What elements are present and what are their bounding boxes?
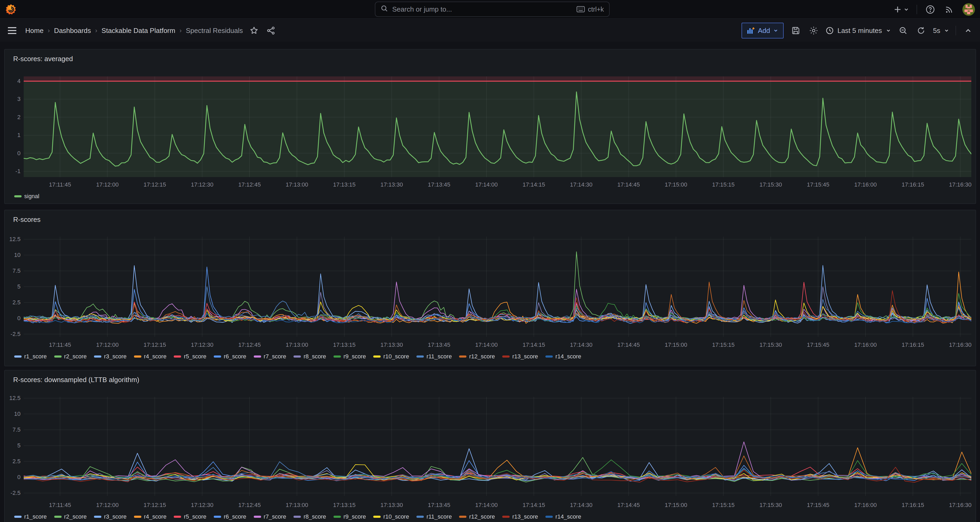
legend-item-r4_score[interactable]: r4_score [134,353,167,360]
legend-series-color [502,516,510,518]
legend-item-r2_score[interactable]: r2_score [54,353,87,360]
x-axis-tick: 17:14:00 [468,502,505,509]
x-axis-tick: 17:12:00 [88,342,126,348]
x-axis-tick: 17:16:00 [846,181,885,188]
new-menu-button[interactable] [893,5,909,14]
legend-item-r1_score[interactable]: r1_score [14,353,47,360]
divider [916,5,917,14]
x-axis-tick: 17:12:15 [136,181,174,188]
timeseries-plot[interactable] [24,397,971,496]
gear-icon [809,26,818,35]
legend-item-r6_score[interactable]: r6_score [214,513,247,520]
x-axis-tick: 17:14:30 [562,342,600,348]
favorite-button[interactable] [248,25,260,37]
legend-item-r11_score[interactable]: r11_score [417,353,452,360]
x-axis-tick: 17:15:30 [752,181,790,188]
x-axis-tick: 17:14:00 [468,342,505,348]
legend-item-r3_score[interactable]: r3_score [94,513,127,520]
x-axis-tick: 17:13:45 [420,502,458,509]
legend-item-signal[interactable]: signal [14,193,39,200]
legend-series-color [293,356,301,358]
legend-item-r1_score[interactable]: r1_score [14,513,47,520]
chevron-right-icon: › [95,27,97,34]
refresh-interval-picker[interactable]: 5s [933,27,949,35]
legend-series-color [417,516,424,518]
y-axis-tick: 2 [5,114,21,121]
legend-item-r5_score[interactable]: r5_score [174,353,206,360]
y-axis-tick: -2.5 [5,490,21,496]
collapse-topbar-button[interactable] [963,25,974,37]
x-axis-tick: 17:12:45 [231,342,269,348]
legend-item-r13_score[interactable]: r13_score [502,513,538,520]
legend-series-color [459,356,466,358]
x-axis-tick: 17:16:00 [846,342,885,348]
news-icon [945,5,954,14]
time-range-picker[interactable]: Last 5 minutes [826,27,891,35]
legend-item-r9_score[interactable]: r9_score [334,513,366,520]
menu-button[interactable] [6,25,18,37]
breadcrumb-folder[interactable]: Stackable Data Platform [102,27,175,35]
save-dashboard-button[interactable] [790,25,802,37]
y-axis-tick: 5 [5,283,21,290]
legend-item-r14_score[interactable]: r14_score [546,353,581,360]
y-axis-tick: 10 [5,252,21,259]
avatar[interactable] [963,3,975,16]
legend-item-r8_score[interactable]: r8_score [293,353,326,360]
x-axis-tick: 17:15:00 [657,502,695,509]
legend-item-r3_score[interactable]: r3_score [94,353,127,360]
refresh-button[interactable] [915,25,927,37]
zoom-out-button[interactable] [897,25,909,37]
panel-legend: r1_scorer2_scorer3_scorer4_scorer5_score… [14,353,581,360]
legend-item-r12_score[interactable]: r12_score [459,513,495,520]
legend-item-r5_score[interactable]: r5_score [174,513,206,520]
legend-series-name: r9_score [344,513,366,520]
grafana-logo-icon[interactable] [5,4,17,15]
add-button[interactable]: Add [741,23,784,38]
add-panel-icon [747,27,755,34]
x-axis-tick: 17:12:30 [183,502,221,509]
x-axis-tick: 17:14:00 [468,181,505,188]
legend-item-r2_score[interactable]: r2_score [54,513,87,520]
help-button[interactable] [924,4,936,15]
breadcrumb: Home › Dashboards › Stackable Data Platf… [25,27,243,35]
x-axis-tick: 17:16:30 [941,502,979,509]
legend-item-r7_score[interactable]: r7_score [254,513,286,520]
legend-item-r10_score[interactable]: r10_score [373,353,409,360]
x-axis-tick: 17:15:15 [705,342,742,348]
legend-series-name: r3_score [104,353,127,360]
x-axis-tick: 17:16:15 [894,502,932,509]
panel-title[interactable]: R-scores [13,216,41,224]
legend-item-r10_score[interactable]: r10_score [373,513,409,520]
refresh-interval-label: 5s [933,27,940,35]
legend-series-color [214,516,221,518]
timeseries-plot[interactable] [24,77,971,177]
breadcrumb-dashboards[interactable]: Dashboards [54,27,91,35]
legend-item-r6_score[interactable]: r6_score [214,353,247,360]
legend-item-r11_score[interactable]: r11_score [417,513,452,520]
legend-item-r8_score[interactable]: r8_score [293,513,326,520]
legend-item-r7_score[interactable]: r7_score [254,353,286,360]
timeseries-plot[interactable] [24,236,971,337]
legend-series-color [174,516,181,518]
panel-r-scores-averaged: R-scores: averaged signal 43210-117:11:4… [4,49,976,204]
y-axis-tick: 12.5 [5,395,21,402]
legend-item-r13_score[interactable]: r13_score [502,353,538,360]
news-button[interactable] [943,4,955,15]
panel-title[interactable]: R-scores: downsampled (LTTB algorithm) [13,376,139,384]
legend-item-r14_score[interactable]: r14_score [546,513,581,520]
legend-series-name: r13_score [512,353,538,360]
y-axis-tick: 4 [5,78,21,85]
legend-item-r4_score[interactable]: r4_score [134,513,167,520]
legend-item-r12_score[interactable]: r12_score [459,353,495,360]
dashboard-settings-button[interactable] [808,25,819,37]
search-input[interactable]: Search or jump to... ctrl+k [375,2,609,17]
x-axis-tick: 17:15:00 [657,342,695,348]
x-axis-tick: 17:13:30 [373,342,410,348]
legend-item-r9_score[interactable]: r9_score [334,353,366,360]
breadcrumb-home[interactable]: Home [25,27,43,35]
x-axis-tick: 17:14:45 [609,342,648,348]
share-button[interactable] [265,25,277,37]
x-axis-tick: 17:16:15 [894,181,932,188]
panel-title[interactable]: R-scores: averaged [13,55,73,63]
x-axis-tick: 17:15:15 [705,181,742,188]
